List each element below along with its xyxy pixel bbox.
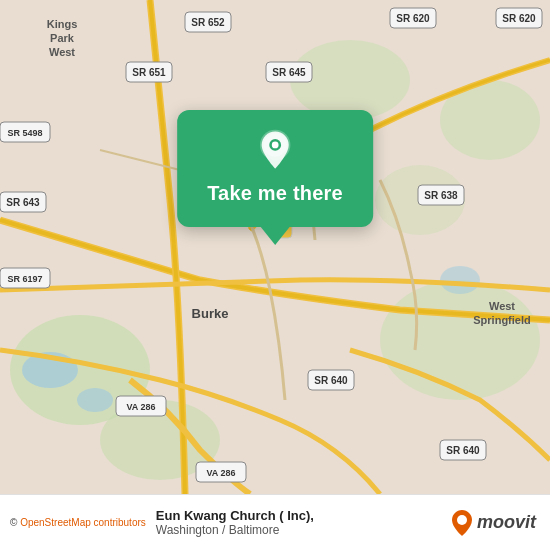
svg-text:SR 645: SR 645 bbox=[272, 67, 306, 78]
svg-text:VA 286: VA 286 bbox=[126, 402, 155, 412]
svg-point-9 bbox=[440, 266, 480, 294]
svg-text:SR 651: SR 651 bbox=[132, 67, 166, 78]
svg-point-4 bbox=[380, 280, 540, 400]
place-region: Washington / Baltimore bbox=[156, 523, 451, 537]
place-info: Eun Kwang Church ( Inc), Washington / Ba… bbox=[146, 508, 451, 537]
svg-text:SR 643: SR 643 bbox=[6, 197, 40, 208]
popup-card: Take me there bbox=[177, 110, 373, 227]
svg-point-8 bbox=[77, 388, 113, 412]
svg-text:Kings: Kings bbox=[47, 18, 78, 30]
svg-text:SR 640: SR 640 bbox=[446, 445, 480, 456]
svg-text:West: West bbox=[49, 46, 75, 58]
svg-text:Park: Park bbox=[50, 32, 75, 44]
svg-text:Burke: Burke bbox=[192, 306, 229, 321]
svg-point-47 bbox=[272, 142, 279, 149]
svg-text:SR 6197: SR 6197 bbox=[7, 274, 42, 284]
map-container: SR 652 SR 620 SR 620 SR 5498 SR 651 SR 6… bbox=[0, 0, 550, 494]
moovit-pin-icon bbox=[451, 509, 473, 537]
attribution: © OpenStreetMap contributors bbox=[10, 517, 146, 528]
take-me-there-button[interactable]: Take me there bbox=[207, 182, 343, 205]
moovit-text: moovit bbox=[477, 512, 536, 533]
attribution-prefix: © bbox=[10, 517, 20, 528]
svg-text:Springfield: Springfield bbox=[473, 314, 530, 326]
svg-text:SR 638: SR 638 bbox=[424, 190, 458, 201]
svg-text:SR 652: SR 652 bbox=[191, 17, 225, 28]
bottom-bar: © OpenStreetMap contributors Eun Kwang C… bbox=[0, 494, 550, 550]
attribution-link[interactable]: OpenStreetMap contributors bbox=[20, 517, 146, 528]
svg-text:SR 5498: SR 5498 bbox=[7, 128, 42, 138]
svg-text:SR 640: SR 640 bbox=[314, 375, 348, 386]
place-name: Eun Kwang Church ( Inc), bbox=[156, 508, 451, 523]
svg-point-48 bbox=[457, 515, 467, 525]
moovit-logo: moovit bbox=[451, 509, 536, 537]
location-pin-icon bbox=[253, 128, 297, 172]
svg-text:SR 620: SR 620 bbox=[396, 13, 430, 24]
svg-text:West: West bbox=[489, 300, 515, 312]
svg-text:VA 286: VA 286 bbox=[206, 468, 235, 478]
svg-text:SR 620: SR 620 bbox=[502, 13, 536, 24]
